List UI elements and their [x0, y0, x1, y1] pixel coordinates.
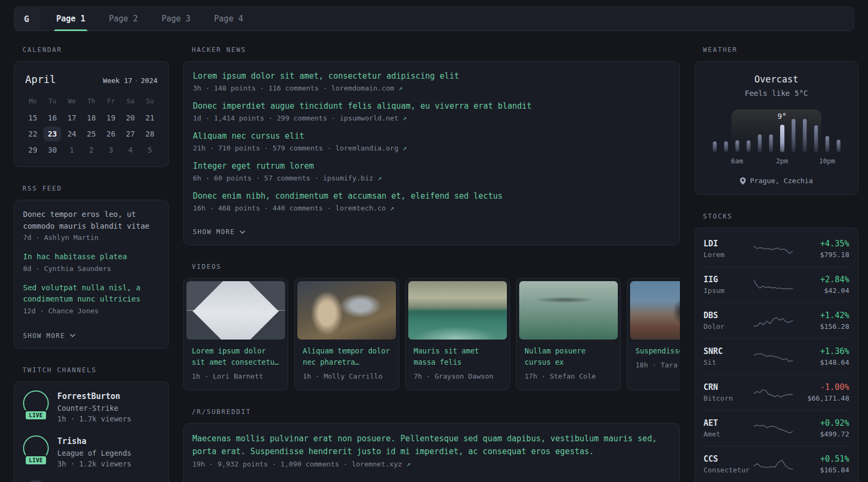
hackernews-meta-text[interactable]: 3h · 148 points · 116 comments · loremdo…	[193, 84, 394, 92]
stock-row: IIG Ipsum +2.84% $42.04	[704, 267, 849, 303]
weather-bar	[754, 110, 765, 152]
video-thumbnail[interactable]	[630, 281, 680, 340]
video-thumbnail[interactable]	[519, 281, 618, 340]
video-thumbnail[interactable]	[186, 281, 285, 340]
twitch-channel-name[interactable]: KendallCarr	[57, 480, 110, 482]
video-title[interactable]: Suspendisse diam	[635, 345, 680, 357]
stock-values: +0.51% $165.84	[794, 454, 849, 474]
video-thumbnail[interactable]	[408, 281, 507, 340]
weather-chart: 6am9°2pm10pm	[709, 110, 844, 152]
video-card[interactable]: Suspendisse diam 18h · Tara	[627, 278, 680, 390]
hackernews-meta-text[interactable]: 16h · 468 points · 440 comments · loremt…	[193, 204, 386, 212]
video-title[interactable]: Aliquam tempor dolor nec pharetra…	[303, 345, 391, 368]
video-info: Mauris sit amet massa felis 7h · Grayson…	[408, 340, 507, 387]
stocks-section-title: STOCKS	[703, 213, 858, 220]
hackernews-meta-text[interactable]: 21h · 710 points · 579 comments · loreml…	[193, 144, 399, 152]
stock-sparkline	[753, 349, 794, 364]
hackernews-meta-text[interactable]: 6h · 60 points · 57 comments · ipsumify.…	[193, 174, 373, 182]
page-tab[interactable]: Page 1	[52, 7, 89, 31]
twitch-avatar: LIVE	[23, 435, 49, 461]
stocks-widget: STOCKS LDI Lorem +	[694, 213, 858, 482]
video-card[interactable]: Aliquam tempor dolor nec pharetra… 1h · …	[294, 278, 399, 390]
calendar-date-cell: 3	[102, 142, 119, 157]
subreddit-meta-text[interactable]: 19h · 9,932 points · 1,090 comments · lo…	[192, 460, 402, 468]
twitch-channel-name[interactable]: ForrestBurton	[57, 390, 131, 401]
subreddit-post: Maecenas mollis pulvinar erat non posuer…	[192, 432, 671, 468]
video-meta: 1h · Lori Barnett	[192, 372, 280, 380]
twitch-channel-category: League of Legends	[57, 449, 131, 457]
subreddit-post-meta: 19h · 9,932 points · 1,090 comments · lo…	[192, 460, 671, 468]
subreddit-widget: /R/SUBREDDIT Maecenas mollis pulvinar er…	[183, 408, 680, 482]
twitch-channel-name[interactable]: Trisha	[57, 435, 131, 446]
rss-show-more-label: SHOW MORE	[23, 332, 65, 340]
twitch-channel-meta: 3h · 1.2k viewers	[57, 460, 131, 468]
stock-symbol: AET	[704, 418, 753, 428]
calendar-year: 2024	[141, 77, 158, 85]
weather-bar	[833, 110, 844, 152]
calendar-date-cell: 30	[43, 142, 61, 157]
hackernews-item-title[interactable]: Lorem ipsum dolor sit amet, consectetur …	[193, 71, 459, 81]
video-card[interactable]: Mauris sit amet massa felis 7h · Grayson…	[405, 278, 510, 390]
rss-item-title[interactable]: Sed volutpat nulla nisl, a condimentum n…	[23, 282, 160, 305]
twitch-channel-row[interactable]: LIVE KendallCarr	[23, 480, 160, 482]
video-thumbnail[interactable]	[297, 281, 396, 340]
stock-price: $42.04	[794, 287, 849, 295]
sparkline-chart	[753, 349, 794, 364]
hackernews-show-more-button[interactable]: SHOW MORE	[193, 228, 245, 236]
stock-name: Consectetur	[704, 466, 753, 474]
rss-card: Donec tempor eros leo, ut commodo mauris…	[14, 200, 169, 349]
stock-price: $156.28	[794, 322, 849, 330]
sparkline-chart	[753, 313, 794, 328]
page-tab[interactable]: Page 4	[210, 7, 248, 31]
weather-bar: 9°2pm	[776, 110, 788, 152]
video-title[interactable]: Lorem ipsum dolor sit amet consectetu…	[192, 345, 280, 368]
sparkline-chart	[753, 277, 794, 292]
hackernews-item-title[interactable]: Donec enim nibh, condimentum et accumsan…	[193, 191, 503, 201]
video-card[interactable]: Lorem ipsum dolor sit amet consectetu… 1…	[183, 278, 288, 390]
hackernews-item: Donec enim nibh, condimentum et accumsan…	[193, 191, 670, 212]
video-title[interactable]: Mauris sit amet massa felis	[414, 345, 502, 368]
twitch-avatar: LIVE	[23, 480, 49, 482]
twitch-channel-row[interactable]: LIVE Trisha League of Legends 3h · 1.2k …	[23, 435, 160, 468]
stock-values: -1.00% $66,171.48	[794, 382, 849, 402]
video-card[interactable]: Nullam posuere cursus ex 17h · Stefan Co…	[516, 278, 621, 390]
hackernews-item-title[interactable]: Integer eget rutrum lorem	[193, 161, 314, 171]
page-tab-label: Page 4	[214, 14, 243, 24]
hackernews-meta-text[interactable]: 1d · 1,414 points · 299 comments · ipsum…	[193, 114, 399, 122]
rss-show-more-button[interactable]: SHOW MORE	[23, 332, 76, 340]
stock-identity: AET Amet	[704, 418, 753, 438]
stock-change: +0.92%	[794, 418, 849, 428]
sparkline-chart	[753, 421, 794, 436]
subreddit-post-title[interactable]: Maecenas mollis pulvinar erat non posuer…	[192, 434, 657, 456]
hackernews-item-title[interactable]: Aliquam nec cursus elit	[193, 131, 304, 141]
calendar-date-cell: 21	[141, 110, 159, 125]
page-tab[interactable]: Page 3	[157, 7, 194, 31]
weather-feels-like: Feels like 5°C	[704, 89, 849, 97]
calendar-section-title: CALENDAR	[23, 46, 169, 54]
subreddit-section-title: /R/SUBREDDIT	[192, 408, 680, 416]
videos-carousel[interactable]: Lorem ipsum dolor sit amet consectetu… 1…	[183, 278, 680, 390]
rss-item: Sed volutpat nulla nisl, a condimentum n…	[23, 282, 160, 315]
right-column: WEATHER Overcast Feels like 5°C 6am9°2pm…	[694, 46, 858, 482]
stock-row: SNRC Sit +1.36% $148.64	[704, 338, 849, 374]
rss-item-title[interactable]: Donec tempor eros leo, ut commodo mauris…	[23, 209, 160, 232]
calendar-day-header: Su	[140, 97, 160, 105]
page-tab[interactable]: Page 2	[104, 7, 142, 31]
calendar-date-cell: 1	[63, 142, 80, 157]
calendar-day-header: Tu	[42, 97, 62, 105]
calendar-grid: 1516171819202122232425262728293012345	[23, 110, 160, 158]
hackernews-item: Aliquam nec cursus elit 21h · 710 points…	[193, 131, 670, 152]
twitch-channel-meta: 1h · 1.7k viewers	[57, 415, 131, 423]
hackernews-item-title[interactable]: Donec imperdiet augue tincidunt felis al…	[193, 101, 532, 111]
rss-item-title[interactable]: In hac habitasse platea	[23, 251, 160, 263]
twitch-channel-row[interactable]: LIVE ForrestBurton Counter-Strike 1h · 1…	[23, 390, 160, 423]
weather-bar	[720, 110, 731, 152]
calendar-date-cell: 24	[63, 126, 80, 141]
weather-bar	[765, 110, 776, 152]
weather-card: Overcast Feels like 5°C 6am9°2pm10pm Pra…	[694, 61, 858, 195]
stock-change: +0.51%	[794, 454, 849, 464]
video-title[interactable]: Nullam posuere cursus ex	[525, 345, 612, 368]
hackernews-item-meta: 6h · 60 points · 57 comments · ipsumify.…	[193, 174, 670, 182]
calendar-date-cell: 25	[83, 126, 100, 141]
subreddit-card: Maecenas mollis pulvinar erat non posuer…	[183, 423, 680, 482]
